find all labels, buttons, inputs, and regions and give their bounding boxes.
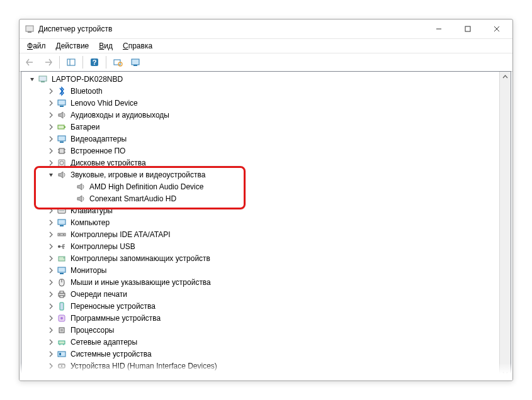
- expand-toggle[interactable]: [47, 350, 55, 358]
- expand-toggle[interactable]: [47, 290, 55, 299]
- expand-toggle[interactable]: [47, 99, 55, 108]
- expand-toggle[interactable]: [47, 206, 55, 215]
- content-area: LAPTOP-DK028NBDBluetoothLenovo Vhid Devi…: [21, 71, 511, 379]
- toolbar-separator: [59, 56, 60, 69]
- tree-category[interactable]: Звуковые, игровые и видеоустройства: [47, 169, 499, 181]
- tree-item-label: Системные устройства: [69, 349, 153, 359]
- expand-toggle[interactable]: [47, 314, 55, 323]
- device-tree[interactable]: LAPTOP-DK028NBDBluetoothLenovo Vhid Devi…: [21, 72, 499, 379]
- monitor-icon: [57, 265, 67, 275]
- tree-category[interactable]: Аудиовходы и аудиовыходы: [47, 109, 499, 121]
- tree-category[interactable]: Компьютер: [47, 216, 499, 228]
- svg-rect-13: [133, 65, 137, 66]
- svg-rect-44: [60, 296, 64, 297]
- expand-toggle[interactable]: [47, 254, 55, 263]
- scroll-up-arrow[interactable]: [500, 72, 511, 82]
- expand-toggle[interactable]: [47, 111, 55, 119]
- svg-rect-21: [60, 142, 64, 143]
- svg-rect-22: [59, 148, 64, 153]
- menubar: Файл Действие Вид Справка: [20, 39, 512, 53]
- svg-rect-20: [58, 136, 65, 141]
- expand-toggle[interactable]: [47, 230, 55, 239]
- expand-toggle[interactable]: [47, 123, 55, 131]
- menu-action[interactable]: Действие: [51, 40, 94, 52]
- view-devices-button[interactable]: [127, 54, 144, 70]
- audio-icon: [76, 182, 86, 192]
- menu-view[interactable]: Вид: [94, 40, 118, 52]
- expand-toggle[interactable]: [47, 147, 55, 155]
- expand-toggle[interactable]: [47, 135, 55, 143]
- menu-file[interactable]: Файл: [22, 40, 51, 52]
- app-icon: [25, 24, 35, 34]
- help-button[interactable]: ?: [86, 54, 103, 70]
- expand-toggle[interactable]: [47, 326, 55, 335]
- tree-device-item[interactable]: AMD High Definition Audio Device: [65, 181, 499, 192]
- expand-toggle[interactable]: [47, 170, 55, 179]
- tree-category[interactable]: Контроллеры запоминающих устройств: [47, 252, 499, 264]
- tree-item-label: Контроллеры IDE ATA/ATAPI: [69, 230, 172, 240]
- tree-item-label: AMD High Definition Audio Device: [88, 182, 205, 192]
- expand-toggle[interactable]: [28, 75, 37, 84]
- audio-icon: [76, 194, 86, 204]
- keyboard-icon: [57, 206, 67, 216]
- maximize-button[interactable]: [453, 19, 482, 38]
- tree-item-label: Звуковые, игровые и видеоустройства: [69, 170, 207, 180]
- svg-rect-43: [60, 291, 64, 293]
- expand-toggle[interactable]: [47, 278, 55, 287]
- tree-category[interactable]: Видеоадаптеры: [47, 133, 499, 145]
- tree-category[interactable]: Lenovo Vhid Device: [47, 97, 499, 109]
- expand-toggle[interactable]: [47, 338, 55, 347]
- tree-category[interactable]: Очереди печати: [47, 288, 499, 300]
- cpu-icon: [57, 325, 67, 335]
- tree-item-label: Мыши и иные указывающие устройства: [69, 277, 212, 287]
- expand-toggle[interactable]: [47, 242, 55, 251]
- tree-category[interactable]: Контроллеры USB: [47, 240, 499, 252]
- tree-item-label: LAPTOP-DK028NBD: [50, 74, 124, 84]
- fade-overlay: [20, 363, 512, 381]
- tree-item-label: Мониторы: [69, 265, 108, 275]
- tree-category[interactable]: Переносные устройства: [47, 300, 499, 312]
- scan-hardware-button[interactable]: [110, 54, 126, 70]
- tree-root[interactable]: LAPTOP-DK028NBD: [28, 73, 499, 85]
- network-icon: [57, 337, 67, 347]
- svg-rect-49: [60, 329, 63, 331]
- menu-help[interactable]: Справка: [118, 40, 157, 52]
- minimize-button[interactable]: [424, 19, 453, 38]
- computer-icon: [38, 74, 48, 84]
- tree-category[interactable]: Мыши и иные указывающие устройства: [47, 276, 499, 288]
- tree-category[interactable]: Системные устройства: [47, 348, 499, 360]
- usb-icon: [57, 242, 67, 252]
- expand-toggle[interactable]: [47, 87, 55, 96]
- back-button: [22, 54, 38, 70]
- tree-category[interactable]: Батареи: [47, 121, 499, 133]
- monitor-icon: [57, 98, 67, 108]
- tree-item-label: Контроллеры запоминающих устройств: [69, 253, 212, 264]
- vertical-scrollbar[interactable]: [499, 72, 511, 379]
- expand-toggle[interactable]: [47, 266, 55, 275]
- tree-category[interactable]: Встроенное ПО: [47, 145, 499, 157]
- close-button[interactable]: [482, 19, 511, 38]
- svg-rect-50: [59, 341, 65, 344]
- expand-toggle[interactable]: [47, 158, 55, 167]
- svg-rect-14: [39, 76, 47, 81]
- show-hide-tree-button[interactable]: [63, 54, 79, 70]
- tree-category[interactable]: Дисковые устройства: [47, 157, 499, 169]
- svg-rect-39: [58, 267, 65, 272]
- tree-category[interactable]: Программные устройства: [47, 312, 499, 324]
- tree-category[interactable]: Контроллеры IDE ATA/ATAPI: [47, 228, 499, 240]
- tree-item-label: Очереди печати: [69, 289, 128, 299]
- expand-toggle[interactable]: [47, 218, 55, 227]
- toolbar-separator: [106, 56, 106, 69]
- tree-category[interactable]: Процессоры: [47, 324, 499, 336]
- tree-category[interactable]: Мониторы: [47, 264, 499, 276]
- expand-toggle[interactable]: [47, 302, 55, 311]
- tree-category[interactable]: Сетевые адаптеры: [47, 336, 499, 348]
- svg-point-34: [59, 234, 60, 235]
- tree-category[interactable]: Клавиатуры: [47, 204, 499, 216]
- tree-device-item[interactable]: Conexant SmartAudio HD: [65, 192, 499, 204]
- bluetooth-icon: [57, 86, 67, 96]
- svg-rect-40: [60, 273, 64, 274]
- tree-item-label: Lenovo Vhid Device: [69, 98, 139, 108]
- tree-category[interactable]: Bluetooth: [47, 85, 499, 97]
- tree-item-label: Клавиатуры: [69, 206, 114, 216]
